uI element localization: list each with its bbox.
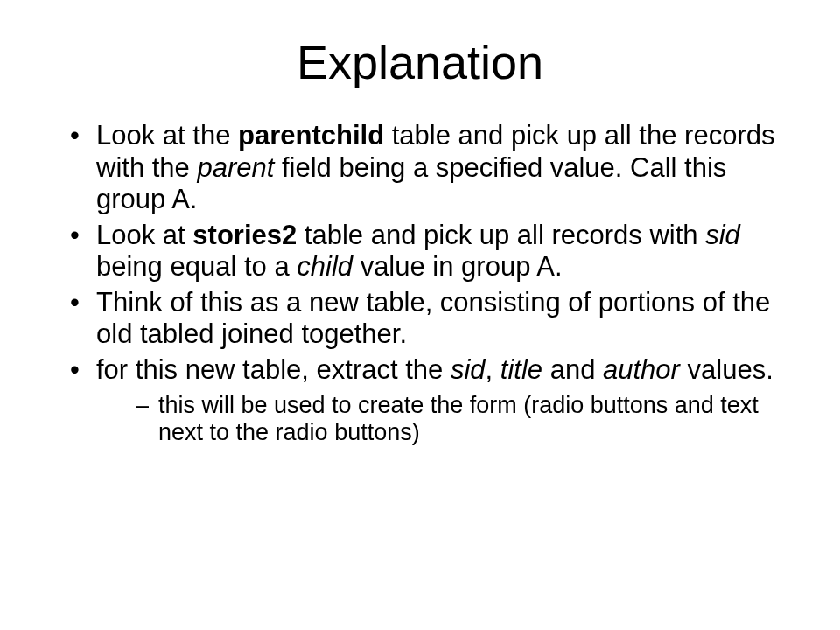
text: ,	[486, 354, 500, 385]
bullet-item: Look at stories2 table and pick up all r…	[70, 220, 788, 284]
slide-title: Explanation	[52, 35, 788, 89]
bullet-list: Look at the parentchild table and pick u…	[70, 120, 788, 447]
text-italic: parent	[197, 152, 274, 183]
text-italic: author	[603, 354, 680, 385]
bullet-item: Look at the parentchild table and pick u…	[70, 120, 788, 216]
text: Look at the	[96, 120, 238, 150]
text: for this new table, extract the	[96, 354, 451, 385]
text-italic: title	[500, 354, 542, 385]
bullet-item: Think of this as a new table, consisting…	[70, 287, 788, 351]
text-italic: sid	[451, 354, 486, 385]
text-italic: child	[297, 251, 353, 282]
text: values.	[680, 354, 774, 385]
text-italic: sid	[705, 220, 740, 250]
text: being equal to a	[96, 251, 297, 282]
sub-bullet-item: this will be used to create the form (ra…	[136, 392, 788, 448]
text-bold: parentchild	[238, 120, 384, 150]
bullet-item: for this new table, extract the sid, tit…	[70, 354, 788, 447]
text: Look at	[96, 220, 192, 250]
slide: Explanation Look at the parentchild tabl…	[0, 0, 840, 630]
text: table and pick up all records with	[297, 220, 705, 250]
text-bold: stories2	[192, 220, 297, 250]
text: value in group A.	[353, 251, 563, 282]
text: Think of this as a new table, consisting…	[96, 287, 770, 350]
sub-bullet-list: this will be used to create the form (ra…	[136, 392, 788, 448]
text: this will be used to create the form (ra…	[158, 392, 759, 446]
text: and	[542, 354, 603, 385]
